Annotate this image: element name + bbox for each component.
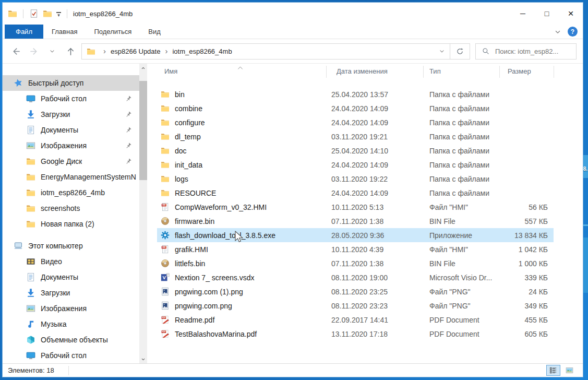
file-type: Файл "HMI" [423, 245, 499, 254]
file-row[interactable]: flash_download_tool_3.8.5.exe 28.05.2020… [157, 228, 554, 242]
sidebar-item[interactable]: Изображения [3, 301, 139, 316]
file-row[interactable]: dl_temp 03.11.2020 19:21 Папка с файлами [157, 129, 554, 144]
sidebar-item[interactable]: Этот компьютер [3, 238, 139, 254]
sidebar-item[interactable]: Загрузки [3, 285, 139, 301]
gear-icon [161, 231, 170, 240]
sidebar-item[interactable]: Документы [3, 269, 139, 285]
file-type: BIN File [423, 259, 499, 268]
sidebar-item[interactable]: Google Диск [3, 153, 139, 169]
sidebar-item[interactable]: Объемные объекты [3, 332, 139, 348]
file-size: 13 834 КБ [499, 231, 554, 240]
close-button[interactable]: × [559, 3, 583, 25]
sidebar-item[interactable]: Рабочий стол [3, 348, 139, 363]
sidebar-item[interactable]: Музыка [3, 316, 139, 332]
pin-icon [125, 111, 132, 118]
file-row[interactable]: PDF Readme.pdf 22.09.2017 14:41 PDF Docu… [157, 313, 554, 327]
address-bar[interactable]: › esp8266 Update › iotm_esp8266_4mb [81, 43, 450, 60]
separator [68, 366, 69, 375]
ribbon-tab[interactable]: Вид [147, 25, 162, 39]
sidebar-item[interactable]: Видео [3, 254, 139, 269]
sidebar-item[interactable]: Изображения [3, 138, 139, 153]
file-row[interactable]: firmware.bin 07.11.2020 1:38 BIN File 55… [157, 214, 554, 228]
refresh-button[interactable] [450, 43, 470, 60]
address-dropdown-chevron-icon[interactable] [434, 44, 450, 59]
file-row[interactable]: RESOURCE 24.04.2020 14:09 Папка с файлам… [157, 186, 554, 200]
ribbon-right-controls: ? [554, 25, 578, 39]
file-row[interactable]: configure 24.04.2020 14:09 Папка с файла… [157, 115, 554, 129]
thumbnails-view-button[interactable] [562, 365, 577, 376]
sidebar-item[interactable]: Загрузки [3, 106, 139, 122]
column-separator[interactable] [326, 66, 327, 78]
file-date: 24.04.2020 14:09 [326, 118, 423, 127]
file-row[interactable]: pngwing.com (1).png 08.11.2020 23:25 Фай… [157, 284, 554, 299]
file-row[interactable]: combine 24.04.2020 14:09 Папка с файлами [157, 101, 554, 115]
minimize-button[interactable]: ─ [511, 3, 535, 25]
file-row[interactable]: init_data 24.04.2020 14:09 Папка с файла… [157, 158, 554, 172]
sidebar-item[interactable]: Быстрый доступ [3, 75, 139, 91]
file-row[interactable]: pngwing.com.png 08.11.2020 23:23 Файл "P… [157, 299, 554, 313]
help-icon[interactable]: ? [568, 27, 578, 37]
window-folder-icon [8, 9, 17, 18]
navigation-pane: Быстрый доступ Рабочий стол Загрузки Док… [3, 64, 139, 363]
column-separator[interactable] [423, 66, 424, 78]
column-separator[interactable] [499, 66, 500, 78]
sidebar-item[interactable]: iotm_esp8266_4mb [3, 185, 139, 200]
file-row[interactable]: HMI CompWaveform_v0_32.HMI 10.11.2020 5:… [157, 200, 554, 214]
sidebar-item[interactable]: screenshots [3, 200, 139, 216]
properties-check-icon[interactable] [29, 9, 39, 18]
ribbon-tab[interactable]: Поделиться [93, 25, 133, 39]
scrollbar-thumb[interactable] [139, 81, 147, 180]
customize-qat-dropdown-icon[interactable]: ▾ [56, 10, 61, 17]
sidebar-item[interactable]: Новая папка (2) [3, 216, 139, 232]
maximize-button[interactable]: □ [535, 3, 559, 25]
details-view-button[interactable] [546, 365, 560, 376]
sidebar-item[interactable]: Рабочий стол [3, 91, 139, 106]
up-button-icon[interactable] [65, 45, 76, 57]
new-folder-icon[interactable] [43, 9, 52, 18]
breadcrumb-item[interactable]: esp8266 Update [111, 48, 160, 55]
sidebar-item[interactable]: EnergyManagementSystemN [3, 169, 139, 185]
file-row[interactable]: PDF TestBalashovaMarina.pdf 13.11.2020 1… [157, 327, 554, 341]
desktop-wallpaper-fragment [583, 238, 588, 293]
folder-icon [26, 219, 35, 229]
collapse-ribbon-chevron-icon[interactable] [554, 28, 561, 35]
file-size: 557 КБ [499, 217, 554, 225]
file-row[interactable]: V Nextion 7_ screens.vsdx 08.11.2020 19:… [157, 270, 554, 284]
column-header-name[interactable]: Имя [164, 67, 177, 75]
file-name-cell: PDF TestBalashovaMarina.pdf [157, 329, 326, 338]
file-name: configure [175, 118, 205, 127]
sidebar-item[interactable]: Документы [3, 122, 139, 138]
column-header-date[interactable]: Дата изменения [337, 67, 388, 75]
file-row[interactable]: doc 25.04.2020 14:10 Папка с файлами [157, 144, 554, 158]
file-name-cell: pngwing.com (1).png [157, 287, 326, 296]
ribbon-tab[interactable]: Главная [51, 25, 78, 39]
status-bar: Элементов: 18 [3, 363, 583, 377]
file-name-cell: doc [157, 146, 326, 155]
file-name-cell: RESOURCE [157, 188, 326, 197]
file-row[interactable]: bin 25.04.2020 13:57 Папка с файлами [157, 87, 554, 101]
recent-locations-chevron-icon[interactable] [46, 45, 58, 57]
file-name: Readme.pdf [175, 316, 214, 324]
column-header-size[interactable]: Размер [508, 67, 531, 75]
file-name-cell: HMI grafik.HMI [157, 245, 326, 254]
file-row[interactable]: littlefs.bin 07.11.2020 1:38 BIN File 1 … [157, 256, 554, 270]
scroll-up-icon[interactable] [139, 64, 147, 72]
file-row[interactable]: HMI grafik.HMI 10.11.2020 4:39 Файл "HMI… [157, 242, 554, 256]
desktop-wallpaper-fragment [583, 224, 588, 226]
file-name-cell: bin [157, 90, 326, 99]
file-row[interactable]: logs 03.11.2020 19:22 Папка с файлами [157, 172, 554, 186]
sidebar-scrollbar[interactable] [139, 64, 147, 363]
scroll-down-icon[interactable] [139, 355, 147, 363]
column-header-type[interactable]: Тип [429, 67, 441, 75]
column-separator[interactable] [554, 66, 554, 78]
forward-button-icon[interactable] [28, 45, 40, 57]
search-box[interactable]: Поиск: iotm_esp82... [475, 43, 577, 60]
file-name-cell: combine [157, 104, 326, 113]
breadcrumb-item[interactable]: iotm_esp8266_4mb [172, 48, 232, 55]
file-type: Папка с файлами [423, 90, 499, 99]
window-title: iotm_esp8266_4mb [73, 10, 133, 18]
file-type: Папка с файлами [423, 133, 499, 141]
file-type: Приложение [423, 231, 499, 240]
back-button-icon[interactable] [10, 45, 21, 57]
ribbon-tab[interactable]: Файл [5, 25, 43, 39]
